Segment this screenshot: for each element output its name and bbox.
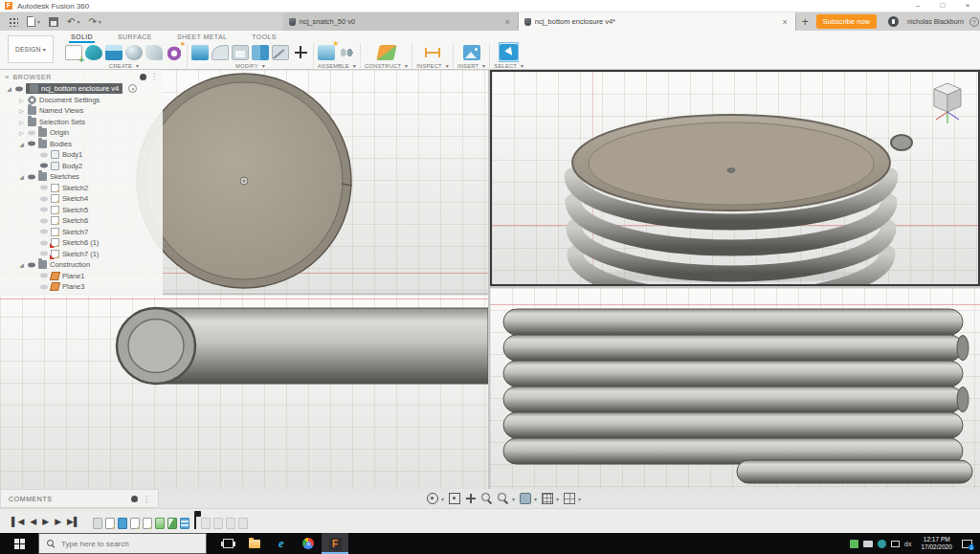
timeline-sketch-icon[interactable]	[201, 518, 211, 529]
visibility-eye-icon[interactable]	[40, 186, 48, 190]
timeline-sweep-icon[interactable]	[167, 518, 177, 529]
visibility-eye-icon[interactable]	[40, 196, 48, 201]
visibility-eye-icon[interactable]	[40, 240, 48, 245]
create-form-icon[interactable]	[85, 45, 102, 60]
browser-item[interactable]: Plane3	[0, 281, 163, 293]
document-tab[interactable]: ncj_snatch_50 v0×	[283, 12, 519, 31]
browser-item[interactable]: ▷Origin	[0, 127, 163, 139]
tree-collapsed-icon[interactable]: ▷	[18, 107, 25, 114]
zoom-window-button[interactable]: ▾	[498, 493, 515, 504]
visibility-eye-icon[interactable]	[28, 142, 35, 146]
start-button[interactable]	[0, 533, 38, 554]
ribbon-tab-solid[interactable]: SOLID	[69, 32, 95, 43]
timeline-box-icon[interactable]	[93, 518, 102, 529]
ribbon-group-label[interactable]: INSERT ▾	[457, 62, 485, 69]
comments-bar[interactable]: COMMENTS ⋮	[0, 489, 159, 508]
account-username[interactable]: nicholas Blackburn	[907, 18, 964, 25]
browser-item[interactable]: Plane1	[0, 271, 163, 282]
tree-expanded-icon[interactable]: ◢	[6, 85, 12, 92]
comments-menu-icon[interactable]: ⋮	[143, 495, 150, 503]
tray-teams-icon[interactable]	[878, 540, 886, 548]
tab-close-icon[interactable]: ×	[781, 17, 790, 27]
tree-expanded-icon[interactable]: ◢	[18, 173, 25, 180]
timeline-box-icon[interactable]	[238, 518, 248, 529]
fusion360-taskbar-button[interactable]: F	[322, 533, 348, 554]
workspace-switcher[interactable]: DESIGN▾	[8, 35, 54, 63]
redo-icon-button[interactable]: ↷▾	[88, 14, 100, 29]
visibility-eye-icon[interactable]	[40, 208, 48, 212]
timeline-extrude-icon[interactable]	[118, 518, 127, 529]
browser-item[interactable]: Sketch6	[0, 215, 163, 227]
ribbon-group-label[interactable]: CREATE ▾	[109, 62, 139, 69]
timeline-playhead[interactable]	[194, 512, 196, 529]
maximize-button[interactable]: □	[930, 0, 955, 11]
step-back-icon[interactable]: ◀	[30, 515, 36, 528]
go-to-start-icon[interactable]: ▌◀	[11, 515, 24, 528]
tray-display-icon[interactable]	[891, 541, 900, 547]
go-to-end-icon[interactable]: ▶▌	[67, 515, 79, 528]
internet-explorer-taskbar-button[interactable]: e	[268, 533, 295, 554]
visibility-eye-icon[interactable]	[40, 284, 48, 289]
zoom-button[interactable]	[481, 493, 493, 504]
visibility-eye-icon[interactable]	[28, 174, 35, 179]
measure-icon[interactable]	[424, 45, 441, 60]
browser-item[interactable]: ◢Construction	[0, 259, 163, 271]
shell-icon[interactable]	[232, 45, 249, 60]
visibility-eye-icon[interactable]	[15, 86, 23, 91]
ribbon-group-label[interactable]: INSPECT ▾	[416, 62, 449, 69]
offset-face-icon[interactable]	[272, 45, 289, 60]
pan-button[interactable]	[465, 493, 477, 504]
browser-item[interactable]: Sketch2	[0, 183, 163, 194]
action-center-icon[interactable]	[962, 540, 972, 548]
visibility-eye-icon[interactable]	[40, 218, 48, 223]
comments-dot-icon[interactable]	[131, 496, 138, 502]
notifications-icon[interactable]	[888, 16, 899, 27]
new-tab-button[interactable]: +	[802, 15, 809, 29]
browser-item[interactable]: ◢ncj_bottom enclosure v4	[0, 83, 163, 95]
ribbon-tab-surface[interactable]: SURFACE	[116, 32, 154, 43]
joint-icon[interactable]	[338, 45, 355, 60]
visibility-eye-icon[interactable]	[28, 262, 35, 267]
visibility-eye-icon[interactable]	[40, 230, 48, 234]
browser-item[interactable]: ◢Sketches	[0, 171, 163, 183]
tab-close-icon[interactable]: ×	[503, 17, 512, 27]
tree-collapsed-icon[interactable]: ▷	[18, 97, 25, 103]
browser-item[interactable]: ▷Document Settings	[0, 95, 163, 106]
visibility-eye-icon[interactable]	[40, 274, 48, 278]
select-icon[interactable]	[500, 44, 518, 60]
display-settings-button[interactable]: ▾	[520, 493, 537, 504]
visibility-eye-icon[interactable]	[28, 130, 35, 135]
fillet-icon[interactable]	[212, 45, 229, 60]
viewcube[interactable]	[928, 79, 967, 129]
minimize-button[interactable]: –	[905, 0, 930, 11]
timeline-coil-icon[interactable]	[180, 518, 189, 529]
move-icon[interactable]	[292, 45, 309, 60]
insert-image-icon[interactable]	[463, 45, 480, 60]
chrome-taskbar-button[interactable]	[295, 533, 322, 554]
document-tab[interactable]: ncj_bottom enclosure v4*×	[519, 12, 796, 31]
taskbar-clock[interactable]: 12:17 PM 17/02/2020	[917, 536, 956, 551]
browser-item[interactable]: Body2	[0, 161, 163, 172]
app-grid-icon-button[interactable]	[9, 14, 18, 29]
timeline-extrude-icon[interactable]	[213, 518, 223, 529]
visibility-eye-icon[interactable]	[40, 164, 48, 168]
tray-app-icon[interactable]	[850, 540, 858, 548]
tree-expanded-icon[interactable]: ◢	[18, 261, 25, 268]
collapse-panel-icon[interactable]: «	[5, 73, 9, 81]
help-icon[interactable]: ?	[969, 17, 979, 27]
ribbon-group-label[interactable]: ASSEMBLE ▾	[318, 62, 356, 69]
revolve-icon[interactable]	[125, 45, 143, 60]
component-activate-icon[interactable]	[128, 84, 137, 93]
combine-icon[interactable]	[252, 45, 269, 60]
viewport-bottom-left[interactable]	[0, 295, 488, 489]
browser-item[interactable]: Sketch4	[0, 193, 163, 205]
tray-battery-icon[interactable]	[863, 541, 873, 547]
tray-volume-icon[interactable]: dx	[904, 540, 911, 548]
browser-item[interactable]: Sketch7	[0, 227, 163, 238]
browser-item[interactable]: Sketch7 (1)	[0, 249, 163, 260]
visibility-eye-icon[interactable]	[40, 252, 48, 256]
look-at-button[interactable]	[449, 493, 460, 504]
browser-dot-icon[interactable]	[140, 74, 146, 80]
close-button[interactable]: ×	[955, 0, 980, 11]
new-component-icon[interactable]	[318, 45, 335, 60]
